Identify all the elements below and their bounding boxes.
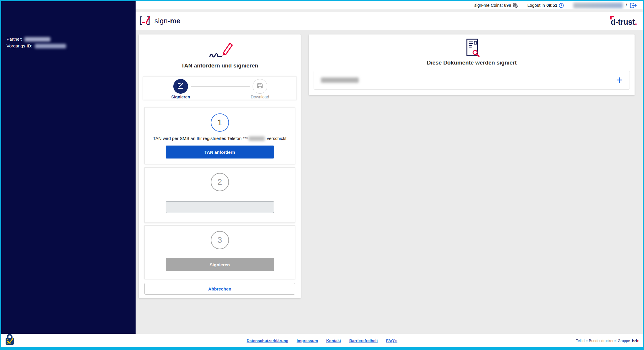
signing-stepper: Signieren Download (143, 76, 297, 100)
signing-card-title: TAN anfordern und signieren (143, 62, 297, 69)
coins-label: sign-me Coins: 898 (474, 3, 511, 8)
footer-link-impressum[interactable]: Impressum (297, 339, 318, 343)
step-1-text: TAN wird per SMS an Ihr registriertes Te… (145, 136, 295, 141)
signature-pen-icon (205, 56, 235, 61)
document-row: + (314, 71, 630, 90)
step-2-number: 2 (211, 173, 229, 191)
vorgangs-id-value-redacted (35, 44, 66, 48)
phone-number-redacted (249, 136, 265, 141)
footer-group-note: Teil der Bundesdruckerei-Gruppe bdr. (576, 338, 639, 343)
documents-card-title: Diese Dokumente werden signiert (314, 60, 630, 66)
sign-button[interactable]: Signieren (166, 258, 274, 271)
process-info: Partner: Vorgangs-ID: (6, 36, 66, 49)
app-window: Partner: Vorgangs-ID: sign-me Coins: 898 (0, 0, 644, 350)
cancel-button[interactable]: Abbrechen (144, 283, 295, 295)
step-2-panel: 2 (144, 167, 295, 223)
partner-value-redacted (24, 37, 50, 42)
partner-label: Partner: (6, 36, 22, 42)
tan-input[interactable] (166, 201, 274, 213)
logout-timer: Logout in 09:51 (527, 3, 564, 8)
brand-header: sign-me d-trust. (136, 12, 643, 30)
footer-links: Datenschutzerklärung Impressum Kontakt B… (1, 339, 643, 343)
dtrust-logo: d-trust. (611, 15, 637, 27)
stepper-signieren-label: Signieren (171, 95, 190, 99)
document-filename-redacted[interactable] (321, 77, 359, 83)
group-text: Teil der Bundesdruckerei-Gruppe (576, 339, 630, 343)
logout-timer-label: Logout in (527, 3, 545, 8)
user-name-redacted (573, 3, 623, 8)
footer: Datenschutzerklärung Impressum Kontakt B… (1, 334, 643, 347)
separator-slash: / (626, 3, 627, 8)
stepper-signieren-circle (173, 79, 188, 94)
step-3-panel: 3 Signieren (144, 225, 295, 279)
stepper-download-label: Download (251, 95, 269, 99)
topbar-divider (136, 9, 643, 12)
signing-card-header: TAN anfordern und signieren (143, 39, 297, 71)
request-tan-button[interactable]: TAN anfordern (166, 146, 274, 159)
coins-status: sign-me Coins: 898 (474, 3, 518, 8)
footer-link-barrierefreiheit[interactable]: Barrierefreiheit (349, 339, 378, 343)
step-1-number: 1 (211, 113, 229, 132)
signme-logo: sign-me (139, 14, 180, 27)
pen-square-icon (177, 82, 184, 90)
stepper-download-circle (253, 79, 267, 94)
document-magnifier-icon (463, 53, 481, 58)
logout-timer-value: 09:51 (546, 3, 557, 8)
coin-stack-icon (513, 3, 518, 8)
top-status-bar: sign-me Coins: 898 Logout in 09:51 (136, 1, 643, 9)
vorgangs-id-label: Vorgangs-ID: (6, 43, 32, 49)
partner-sidebar: Partner: Vorgangs-ID: (1, 1, 136, 334)
stepper-connector (191, 86, 250, 87)
add-document-button[interactable]: + (616, 75, 622, 85)
footer-link-kontakt[interactable]: Kontakt (326, 339, 341, 343)
signme-logo-icon (139, 14, 152, 27)
step-3-number: 3 (211, 231, 229, 249)
signing-card: TAN anfordern und signieren Signieren (139, 34, 301, 298)
dtrust-corner-mark (610, 16, 614, 19)
documents-card: Diese Dokumente werden signiert + (309, 34, 635, 95)
clock-icon (559, 3, 564, 8)
signme-logo-text: sign-me (154, 17, 180, 25)
logout-icon[interactable] (630, 3, 637, 8)
bdr-logo: bdr. (632, 338, 639, 343)
step-1-panel: 1 TAN wird per SMS an Ihr registriertes … (144, 107, 295, 164)
dtrust-logo-text: d-trust. (611, 18, 637, 27)
footer-link-datenschutz[interactable]: Datenschutzerklärung (247, 339, 289, 343)
save-disk-icon (256, 82, 263, 90)
footer-link-faqs[interactable]: FAQ's (386, 339, 397, 343)
